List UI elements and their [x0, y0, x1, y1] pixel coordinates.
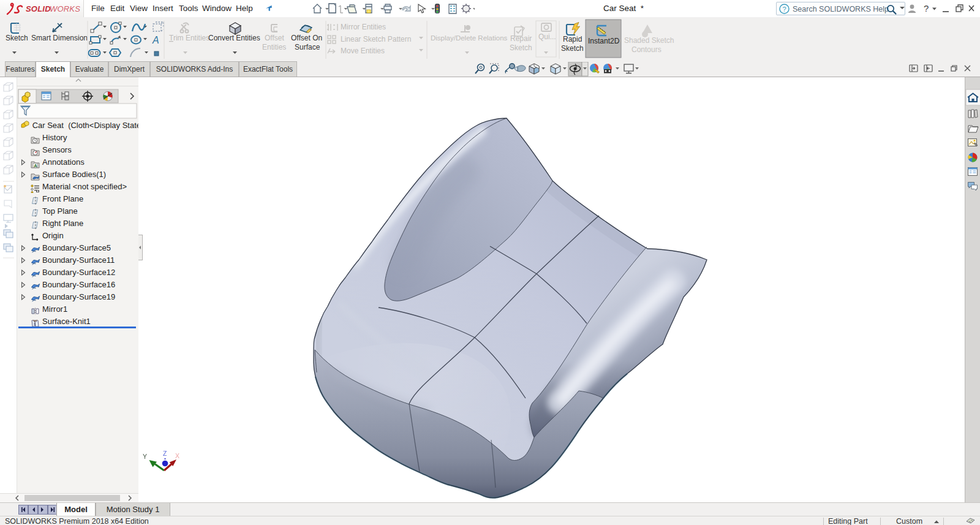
svg-text:Instant2D: Instant2D	[588, 37, 620, 45]
svg-text:X: X	[175, 452, 179, 459]
svg-text:Display/Delete Relations: Display/Delete Relations	[431, 34, 508, 42]
svg-text:Sketch: Sketch	[510, 43, 532, 52]
svg-text:Shaded Sketch: Shaded Sketch	[624, 36, 674, 45]
svg-text:Offset On: Offset On	[291, 34, 322, 42]
svg-text:Repair: Repair	[510, 34, 532, 43]
svg-text:Contours: Contours	[631, 45, 662, 54]
svg-text:Entities: Entities	[262, 43, 286, 51]
svg-text:WORKS: WORKS	[50, 4, 80, 13]
svg-text:Surface: Surface	[295, 43, 320, 51]
svg-text:Z: Z	[163, 450, 167, 457]
svg-text:Convert Entities: Convert Entities	[208, 34, 260, 42]
svg-text:Sketch: Sketch	[6, 34, 28, 42]
svg-text:SOLID: SOLID	[26, 4, 51, 13]
svg-text:Sketch: Sketch	[561, 44, 584, 53]
svg-text:Offset: Offset	[265, 34, 284, 42]
svg-text:Mirror Entities: Mirror Entities	[341, 23, 386, 31]
svg-text:Y: Y	[143, 453, 147, 460]
svg-text:?: ?	[783, 6, 786, 13]
svg-text:A: A	[152, 35, 159, 45]
svg-text:Move Entities: Move Entities	[341, 47, 385, 55]
svg-text:Linear Sketch Pattern: Linear Sketch Pattern	[341, 35, 411, 43]
svg-text:Rapid: Rapid	[563, 35, 582, 43]
svg-text:Smart Dimension: Smart Dimension	[31, 34, 88, 42]
svg-text:Trim Entities: Trim Entities	[169, 34, 209, 42]
svg-text:Qui...: Qui...	[538, 32, 556, 41]
svg-text:A: A	[34, 163, 37, 168]
